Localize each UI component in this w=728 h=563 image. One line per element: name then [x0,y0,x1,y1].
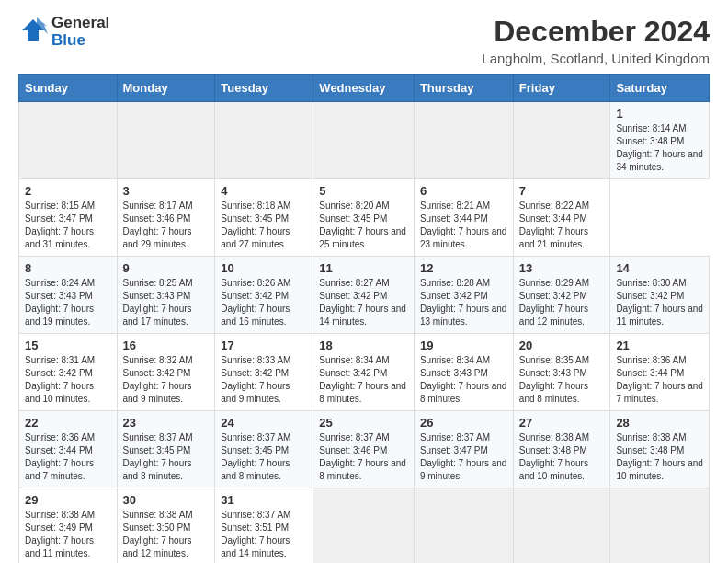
calendar-cell: 5Sunrise: 8:20 AMSunset: 3:45 PMDaylight… [313,179,415,257]
day-number: 30 [123,493,210,507]
day-number: 7 [519,184,605,198]
day-number: 3 [123,184,210,198]
calendar-cell: 31Sunrise: 8:37 AMSunset: 3:51 PMDayligh… [215,488,313,564]
day-number: 31 [221,493,307,507]
day-info: Sunrise: 8:37 AMSunset: 3:45 PMDaylight:… [123,431,210,483]
day-number: 28 [616,416,703,430]
header-cell-thursday: Thursday [414,75,513,102]
day-number: 22 [25,416,111,430]
day-number: 20 [519,339,605,352]
calendar-cell: 20Sunrise: 8:35 AMSunset: 3:43 PMDayligh… [513,334,610,411]
calendar-cell-empty [414,102,513,179]
day-number: 24 [221,416,307,430]
day-info: Sunrise: 8:36 AMSunset: 3:44 PMDaylight:… [616,354,703,406]
calendar-week-row: 15Sunrise: 8:31 AMSunset: 3:42 PMDayligh… [19,334,710,411]
day-info: Sunrise: 8:29 AMSunset: 3:42 PMDaylight:… [519,277,605,328]
day-number: 16 [123,339,210,352]
day-info: Sunrise: 8:37 AMSunset: 3:45 PMDaylight:… [221,431,307,483]
calendar-cell: 19Sunrise: 8:34 AMSunset: 3:43 PMDayligh… [414,334,513,411]
day-info: Sunrise: 8:27 AMSunset: 3:42 PMDaylight:… [319,277,408,328]
day-info: Sunrise: 8:32 AMSunset: 3:42 PMDaylight:… [123,354,210,406]
logo-blue: Blue [51,32,109,50]
calendar-cell: 17Sunrise: 8:33 AMSunset: 3:42 PMDayligh… [215,334,313,411]
day-info: Sunrise: 8:15 AMSunset: 3:47 PMDaylight:… [25,200,111,251]
day-number: 9 [123,261,210,275]
calendar-cell: 21Sunrise: 8:36 AMSunset: 3:44 PMDayligh… [610,334,710,411]
logo-icon [18,17,48,47]
day-number: 19 [420,339,507,352]
calendar-cell: 14Sunrise: 8:30 AMSunset: 3:42 PMDayligh… [610,257,710,334]
calendar-cell: 12Sunrise: 8:28 AMSunset: 3:42 PMDayligh… [414,257,513,334]
day-number: 12 [420,261,507,275]
day-info: Sunrise: 8:38 AMSunset: 3:49 PMDaylight:… [25,509,111,560]
calendar-cell: 26Sunrise: 8:37 AMSunset: 3:47 PMDayligh… [414,411,513,488]
day-info: Sunrise: 8:34 AMSunset: 3:42 PMDaylight:… [319,354,408,406]
calendar-cell: 8Sunrise: 8:24 AMSunset: 3:43 PMDaylight… [19,257,118,334]
day-number: 15 [25,339,111,352]
day-info: Sunrise: 8:38 AMSunset: 3:48 PMDaylight:… [616,431,703,483]
calendar-week-row: 8Sunrise: 8:24 AMSunset: 3:43 PMDaylight… [19,257,710,334]
day-number: 27 [519,416,605,430]
calendar-cell-empty [313,488,415,564]
header-cell-tuesday: Tuesday [215,75,313,102]
calendar-week-row: 2Sunrise: 8:15 AMSunset: 3:47 PMDaylight… [19,179,710,257]
day-info: Sunrise: 8:35 AMSunset: 3:43 PMDaylight:… [519,354,605,406]
calendar-cell: 4Sunrise: 8:18 AMSunset: 3:45 PMDaylight… [215,179,313,257]
day-info: Sunrise: 8:20 AMSunset: 3:45 PMDaylight:… [319,200,408,251]
day-number: 10 [221,261,307,275]
day-number: 11 [319,261,408,275]
calendar-body: 1Sunrise: 8:14 AMSunset: 3:48 PMDaylight… [19,102,710,564]
calendar-cell: 25Sunrise: 8:37 AMSunset: 3:46 PMDayligh… [313,411,415,488]
day-info: Sunrise: 8:38 AMSunset: 3:48 PMDaylight:… [519,431,605,483]
calendar-cell: 2Sunrise: 8:15 AMSunset: 3:47 PMDaylight… [19,179,118,257]
day-number: 29 [25,493,111,507]
header: General Blue December 2024 Langholm, Sco… [18,15,710,66]
calendar-cell-empty [19,102,118,179]
day-info: Sunrise: 8:31 AMSunset: 3:42 PMDaylight:… [25,354,111,406]
calendar-cell: 7Sunrise: 8:22 AMSunset: 3:44 PMDaylight… [513,179,610,257]
calendar-cell: 16Sunrise: 8:32 AMSunset: 3:42 PMDayligh… [117,334,215,411]
day-number: 21 [616,339,703,352]
calendar-cell: 10Sunrise: 8:26 AMSunset: 3:42 PMDayligh… [215,257,313,334]
calendar-cell: 3Sunrise: 8:17 AMSunset: 3:46 PMDaylight… [117,179,215,257]
day-info: Sunrise: 8:37 AMSunset: 3:46 PMDaylight:… [319,431,408,483]
day-number: 23 [123,416,210,430]
day-info: Sunrise: 8:37 AMSunset: 3:47 PMDaylight:… [420,431,507,483]
day-number: 1 [616,107,703,121]
header-cell-wednesday: Wednesday [313,75,415,102]
calendar-cell: 28Sunrise: 8:38 AMSunset: 3:48 PMDayligh… [610,411,710,488]
day-number: 13 [519,261,605,275]
calendar-cell: 24Sunrise: 8:37 AMSunset: 3:45 PMDayligh… [215,411,313,488]
day-info: Sunrise: 8:24 AMSunset: 3:43 PMDaylight:… [25,277,111,328]
calendar-cell: 30Sunrise: 8:38 AMSunset: 3:50 PMDayligh… [117,488,215,564]
calendar-cell-empty [215,102,313,179]
calendar-cell: 15Sunrise: 8:31 AMSunset: 3:42 PMDayligh… [19,334,118,411]
calendar-week-row: 29Sunrise: 8:38 AMSunset: 3:49 PMDayligh… [19,488,710,564]
day-info: Sunrise: 8:18 AMSunset: 3:45 PMDaylight:… [221,200,307,251]
day-info: Sunrise: 8:36 AMSunset: 3:44 PMDaylight:… [25,431,111,483]
day-info: Sunrise: 8:17 AMSunset: 3:46 PMDaylight:… [123,200,210,251]
calendar-cell-empty [610,488,710,564]
day-number: 5 [319,184,408,198]
calendar-table: SundayMondayTuesdayWednesdayThursdayFrid… [18,74,710,563]
day-info: Sunrise: 8:33 AMSunset: 3:42 PMDaylight:… [221,354,307,406]
calendar-cell: 22Sunrise: 8:36 AMSunset: 3:44 PMDayligh… [19,411,118,488]
day-number: 4 [221,184,307,198]
header-cell-sunday: Sunday [19,75,118,102]
day-info: Sunrise: 8:14 AMSunset: 3:48 PMDaylight:… [616,122,703,174]
day-info: Sunrise: 8:37 AMSunset: 3:51 PMDaylight:… [221,509,307,560]
calendar-cell: 27Sunrise: 8:38 AMSunset: 3:48 PMDayligh… [513,411,610,488]
day-info: Sunrise: 8:26 AMSunset: 3:42 PMDaylight:… [221,277,307,328]
month-title: December 2024 [482,15,710,49]
calendar-header-row: SundayMondayTuesdayWednesdayThursdayFrid… [19,75,710,102]
day-number: 14 [616,261,703,275]
calendar-cell: 9Sunrise: 8:25 AMSunset: 3:43 PMDaylight… [117,257,215,334]
calendar-cell-empty [513,488,610,564]
day-number: 2 [25,184,111,198]
calendar-cell: 29Sunrise: 8:38 AMSunset: 3:49 PMDayligh… [19,488,118,564]
header-cell-saturday: Saturday [610,75,710,102]
calendar-cell: 18Sunrise: 8:34 AMSunset: 3:42 PMDayligh… [313,334,415,411]
day-number: 26 [420,416,507,430]
calendar-week-row: 22Sunrise: 8:36 AMSunset: 3:44 PMDayligh… [19,411,710,488]
calendar-cell-empty [117,102,215,179]
